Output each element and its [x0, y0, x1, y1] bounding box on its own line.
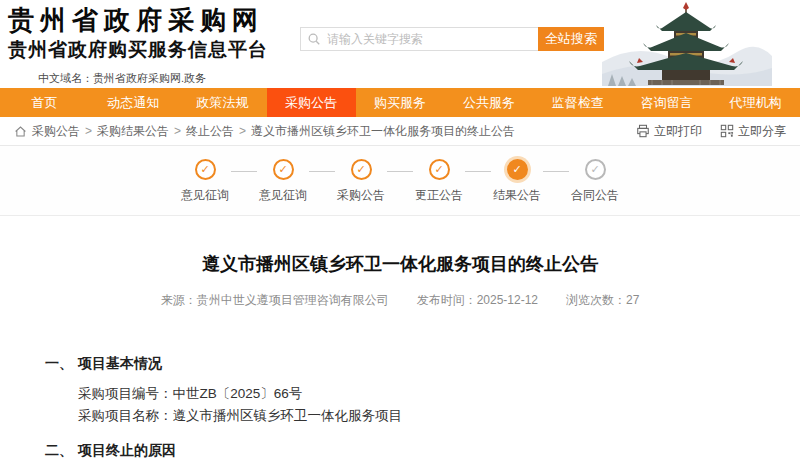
step-opinion-1: ✓ 意见征询 — [179, 159, 231, 204]
notice-progress-steps: ✓ 意见征询 ✓ 意见征询 ✓ 采购公告 ✓ 更正公告 ✓ 结果公告 ✓ 合同公… — [0, 146, 800, 216]
nav-item-public-services[interactable]: 公共服务 — [444, 88, 533, 117]
meta-publish-time: 发布时间：2025-12-12 — [417, 292, 538, 309]
nav-item-supervision[interactable]: 监督检查 — [533, 88, 622, 117]
main-nav: 首页 动态通知 政策法规 采购公告 购买服务 公共服务 监督检查 咨询留言 代理… — [0, 88, 800, 117]
search-input[interactable] — [300, 27, 538, 51]
check-icon: ✓ — [429, 159, 450, 180]
page-title: 遵义市播州区镇乡环卫一体化服务项目的终止公告 — [0, 252, 800, 276]
step-correction-notice: ✓ 更正公告 — [413, 159, 465, 204]
step-contract-notice: ✓ 合同公告 — [569, 159, 621, 204]
pagoda-illustration — [602, 0, 772, 86]
article-body: 一、 项目基本情况 采购项目编号：中世ZB〔2025〕66号 采购项目名称：遵义… — [0, 355, 800, 464]
meta-views: 浏览次数：27 — [566, 292, 639, 309]
breadcrumb-item-current: 遵义市播州区镇乡环卫一体化服务项目的终止公告 — [251, 123, 515, 140]
nav-item-procurement-notices[interactable]: 采购公告 — [267, 88, 356, 117]
search-icon — [307, 32, 321, 46]
breadcrumb-separator: > — [85, 124, 92, 138]
site-header: 贵州省政府采购网 贵州省政府购买服务信息平台 中文域名：贵州省政府采购网.政务 … — [0, 0, 800, 88]
breadcrumb-item-2[interactable]: 采购结果公告 — [97, 123, 169, 140]
meta-source-value: 贵州中世义遵项目管理咨询有限公司 — [197, 293, 389, 307]
section-heading-1: 一、 项目基本情况 — [45, 355, 800, 373]
nav-item-agencies[interactable]: 代理机构 — [711, 88, 800, 117]
page-actions: 立即打印 立即分享 — [636, 123, 786, 140]
check-icon: ✓ — [507, 159, 528, 180]
project-number-line: 采购项目编号：中世ZB〔2025〕66号 — [78, 383, 800, 405]
breadcrumb-item-1[interactable]: 采购公告 — [32, 123, 80, 140]
check-icon: ✓ — [585, 159, 606, 180]
step-result-notice: ✓ 结果公告 — [491, 159, 543, 204]
section-body-1: 采购项目编号：中世ZB〔2025〕66号 采购项目名称：遵义市播州区镇乡环卫一体… — [45, 383, 800, 428]
printer-icon — [636, 124, 650, 138]
breadcrumb-separator: > — [239, 124, 246, 138]
nav-item-home[interactable]: 首页 — [0, 88, 89, 117]
site-subtitle: 贵州省政府购买服务信息平台 — [8, 37, 268, 63]
project-name-line: 采购项目名称：遵义市播州区镇乡环卫一体化服务项目 — [78, 405, 800, 427]
check-icon: ✓ — [351, 159, 372, 180]
nav-item-news[interactable]: 动态通知 — [89, 88, 178, 117]
step-connector — [309, 171, 335, 172]
site-domain-line: 中文域名：贵州省政府采购网.政务 — [38, 71, 268, 86]
breadcrumb-item-3[interactable]: 终止公告 — [186, 123, 234, 140]
meta-source: 来源：贵州中世义遵项目管理咨询有限公司 — [161, 292, 389, 309]
step-opinion-2: ✓ 意见征询 — [257, 159, 309, 204]
check-icon: ✓ — [195, 159, 216, 180]
nav-item-inquiry[interactable]: 咨询留言 — [622, 88, 711, 117]
search-bar: 全站搜索 — [300, 27, 604, 51]
share-label: 立即分享 — [738, 123, 786, 140]
print-label: 立即打印 — [654, 123, 702, 140]
home-icon — [14, 125, 27, 138]
article-meta: 来源：贵州中世义遵项目管理咨询有限公司 发布时间：2025-12-12 浏览次数… — [0, 292, 800, 309]
qr-code-icon — [720, 124, 734, 138]
site-title: 贵州省政府采购网 — [8, 6, 268, 35]
check-icon: ✓ — [273, 159, 294, 180]
section-heading-2: 二、 项目终止的原因 — [45, 442, 800, 460]
nav-item-policy[interactable]: 政策法规 — [178, 88, 267, 117]
step-connector — [543, 171, 569, 172]
step-procurement-notice: ✓ 采购公告 — [335, 159, 387, 204]
breadcrumb: 采购公告 > 采购结果公告 > 终止公告 > 遵义市播州区镇乡环卫一体化服务项目… — [0, 117, 800, 146]
meta-views-value: 27 — [626, 293, 639, 307]
article: 遵义市播州区镇乡环卫一体化服务项目的终止公告 来源：贵州中世义遵项目管理咨询有限… — [0, 216, 800, 464]
print-button[interactable]: 立即打印 — [636, 123, 702, 140]
step-connector — [231, 171, 257, 172]
meta-publish-value: 2025-12-12 — [477, 293, 538, 307]
step-connector — [465, 171, 491, 172]
breadcrumb-separator: > — [174, 124, 181, 138]
site-search-button[interactable]: 全站搜索 — [538, 27, 604, 51]
step-connector — [387, 171, 413, 172]
site-logo: 贵州省政府采购网 贵州省政府购买服务信息平台 中文域名：贵州省政府采购网.政务 — [8, 6, 268, 86]
nav-item-purchase-services[interactable]: 购买服务 — [356, 88, 445, 117]
share-button[interactable]: 立即分享 — [720, 123, 786, 140]
